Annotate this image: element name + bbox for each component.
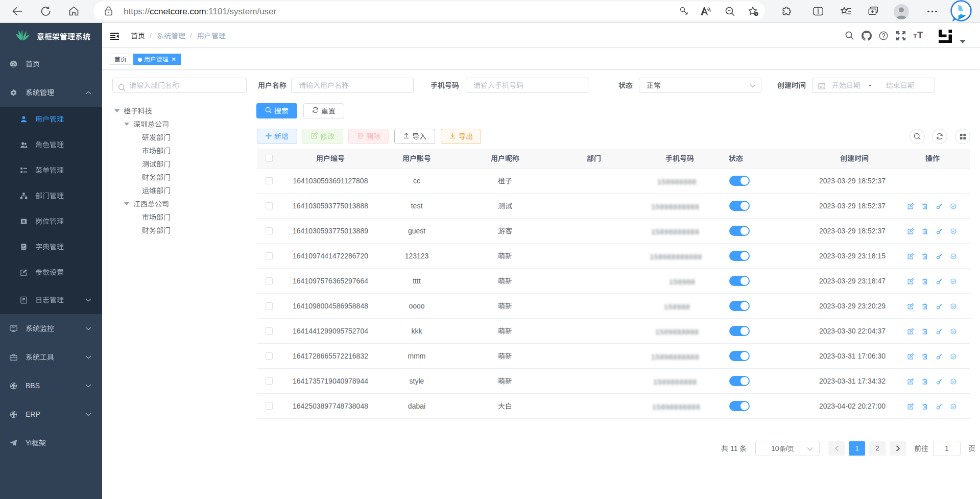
svg-text:B: B [22,219,25,224]
